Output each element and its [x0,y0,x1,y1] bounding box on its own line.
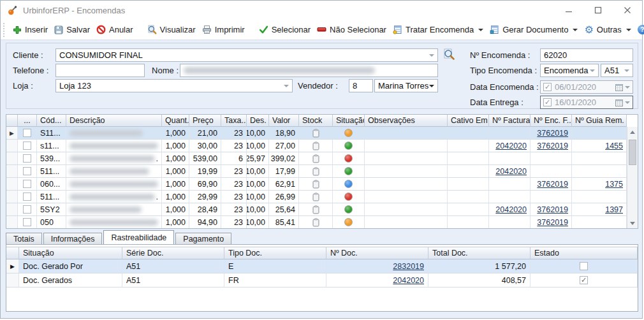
cancel-button[interactable]: Anular [93,23,136,36]
deselect-button[interactable]: Não Selecionar [314,23,390,36]
column-header-14[interactable]: Nº Guia Rem. [572,115,627,127]
close-button[interactable] [613,1,642,20]
loja-combobox[interactable]: Loja 123 [55,79,293,92]
tab-pagamento[interactable]: Pagamento [175,233,231,244]
vertical-scrollbar[interactable] [627,127,638,228]
n-encomenda-input[interactable]: 62020 [540,48,633,62]
column-header-13[interactable]: Nº Enc. F... [531,115,572,127]
document-link[interactable]: 1455 [605,142,623,150]
help-button[interactable]: ? Ajuda [634,23,644,36]
scrollbar-thumb[interactable] [629,140,636,165]
date-checkbox[interactable]: ✓ [543,83,552,91]
row-checkbox[interactable] [23,167,31,175]
table-row[interactable]: 511...1,00019,992310,0017,992042020 [6,165,627,178]
column-header-8[interactable]: Stock [299,115,333,127]
process-order-button[interactable]: Tratar Encomenda [390,23,487,36]
column-header-1[interactable]: Série Doc. [122,247,224,259]
document-link[interactable]: 2042020 [393,276,424,285]
document-link[interactable]: 1375 [605,180,623,189]
column-header-1[interactable]: Cód... [37,115,66,127]
row-selector[interactable] [6,140,18,152]
tab-rastreabilidade[interactable]: Rastreabilidade [103,230,174,244]
column-header-9[interactable]: Situação [333,115,365,127]
select-button[interactable]: Selecionar [256,23,314,36]
telefone-input[interactable] [55,64,145,77]
table-row[interactable]: 511....1,00029,992310,0026,99 [6,191,627,203]
document-link[interactable]: 2042020 [495,205,527,214]
column-header-5[interactable]: Estado [531,247,638,259]
row-checkbox[interactable] [23,180,31,188]
row-checkbox[interactable] [23,129,31,137]
tab-totais[interactable]: Totais [6,233,42,244]
scroll-down-button[interactable] [627,218,638,228]
estado-checkbox[interactable] [580,262,588,270]
save-button[interactable]: Salvar [51,23,93,36]
row-selector[interactable] [6,165,18,178]
document-link[interactable]: 3762019 [537,129,568,138]
data-entrega-picker[interactable]: ✓ 16/01/2020 [540,96,633,109]
column-header-12[interactable]: Nº Factura [489,115,531,127]
table-row[interactable]: 539....1,000539,00625,97399,02 [6,152,627,165]
column-header-0[interactable]: ... [18,115,37,127]
row-checkbox[interactable] [23,154,31,163]
column-header-6[interactable]: Des. [247,115,269,127]
column-header-2[interactable]: Tipo Doc. [224,247,326,259]
maximize-button[interactable] [583,1,613,20]
row-checkbox[interactable] [23,218,31,226]
document-link[interactable]: 2042020 [495,142,527,150]
tab-informacoes[interactable]: Informações [43,233,103,244]
others-button[interactable]: ⚙ Outras [581,23,634,36]
table-row[interactable]: 5SY21,00028,492310,0025,6420420203762019… [6,203,627,216]
column-header-5[interactable]: Taxa... [221,115,247,127]
row-selector[interactable] [6,216,18,229]
column-header-0[interactable]: Situação [19,247,122,259]
table-row[interactable]: Doc. GeradosA51FR2042020408,57✓ [6,273,638,287]
column-header-7[interactable]: Valor [269,115,299,127]
document-link[interactable]: 3762019 [537,142,568,150]
column-header-4[interactable]: Preço [189,115,221,127]
row-selector[interactable] [6,203,18,216]
document-link[interactable]: 1397 [605,205,623,214]
insert-button[interactable]: Inserir [10,23,51,36]
document-link[interactable]: 2832019 [393,262,424,271]
column-header-4[interactable]: Total Doc. [428,247,531,259]
cliente-combobox[interactable]: CONSUMIDOR FINAL [55,48,438,62]
row-checkbox[interactable] [23,205,31,214]
estado-checkbox[interactable]: ✓ [580,276,588,284]
row-selector[interactable] [6,191,18,203]
document-link[interactable]: 3762019 [537,218,568,227]
document-link[interactable]: 3762019 [537,205,568,214]
serie-combobox[interactable]: A51 [601,64,633,77]
column-header-2[interactable]: Descrição [66,115,162,127]
column-header-3[interactable]: Quant. [162,115,189,127]
table-row[interactable]: ▶Doc. Gerado PorA51E28320191 577,20 [6,259,638,273]
document-link[interactable]: 3762019 [537,180,568,189]
row-checkbox[interactable] [23,142,31,150]
column-header-11[interactable]: Cativo Em [448,115,489,127]
row-checkbox[interactable] [23,193,31,201]
tipo-encomenda-combobox[interactable]: Encomenda [540,64,599,77]
row-selector[interactable] [6,178,18,191]
minimize-button[interactable] [554,1,583,20]
vendedor-combobox[interactable]: Marina Torres [374,79,438,92]
print-button[interactable]: Imprimir [199,23,248,36]
data-encomenda-picker[interactable]: ✓ 06/01/2020 [540,80,633,94]
table-row[interactable]: s11...1,00030,002310,0027,00204202037620… [6,140,627,152]
column-header-10[interactable]: Observações [365,115,448,127]
scroll-up-button[interactable] [627,127,638,137]
column-header-3[interactable]: Nº Doc. [326,247,428,259]
document-link[interactable]: 2042020 [495,167,527,176]
table-row[interactable]: 060...1,00069,902310,0062,9137620191375 [6,178,627,191]
table-row[interactable]: 0501,00094,902310,0085,413762019 [6,216,627,229]
nome-input[interactable] [180,64,438,77]
row-selector[interactable] [6,152,18,165]
customer-search-icon[interactable] [443,48,455,61]
table-row[interactable]: ▶S11...1,00021,002310,0018,903762019 [6,127,627,140]
toolbar-grip[interactable] [3,23,4,37]
generate-document-button[interactable]: Gerar Documento [487,23,581,36]
preview-button[interactable]: Visualizar [144,23,199,36]
row-selector[interactable]: ▶ [6,127,18,140]
vendedor-code-input[interactable]: 8 [349,79,373,92]
date-checkbox[interactable]: ✓ [543,98,552,106]
row-selector[interactable]: ▶ [6,259,19,273]
